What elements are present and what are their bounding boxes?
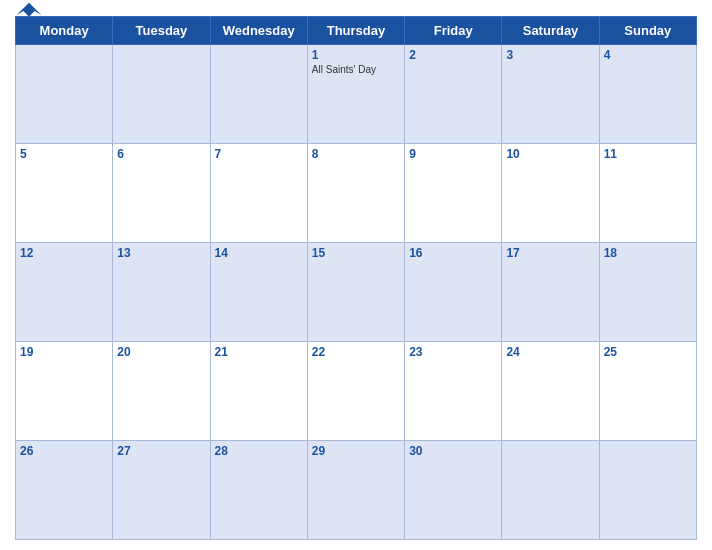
day-number: 6 (117, 147, 205, 161)
calendar-cell (502, 441, 599, 540)
calendar-cell: 26 (16, 441, 113, 540)
day-number: 25 (604, 345, 692, 359)
weekday-header-wednesday: Wednesday (210, 17, 307, 45)
calendar-cell: 16 (405, 243, 502, 342)
calendar-cell: 4 (599, 45, 696, 144)
calendar-week-1: 1All Saints' Day234 (16, 45, 697, 144)
calendar-cell: 18 (599, 243, 696, 342)
calendar-cell (16, 45, 113, 144)
calendar-cell: 2 (405, 45, 502, 144)
weekday-header-thursday: Thursday (307, 17, 404, 45)
day-number: 8 (312, 147, 400, 161)
calendar-cell: 23 (405, 342, 502, 441)
calendar-cell (599, 441, 696, 540)
calendar-cell: 1All Saints' Day (307, 45, 404, 144)
calendar-cell: 3 (502, 45, 599, 144)
day-number: 19 (20, 345, 108, 359)
day-number: 5 (20, 147, 108, 161)
day-number: 26 (20, 444, 108, 458)
calendar-cell: 27 (113, 441, 210, 540)
day-number: 29 (312, 444, 400, 458)
calendar-cell: 19 (16, 342, 113, 441)
calendar-cell: 12 (16, 243, 113, 342)
calendar-cell (113, 45, 210, 144)
calendar-cell: 11 (599, 144, 696, 243)
weekday-header-row: MondayTuesdayWednesdayThursdayFridaySatu… (16, 17, 697, 45)
day-number: 27 (117, 444, 205, 458)
calendar-cell: 29 (307, 441, 404, 540)
weekday-header-monday: Monday (16, 17, 113, 45)
calendar-cell: 5 (16, 144, 113, 243)
calendar-cell: 25 (599, 342, 696, 441)
day-number: 10 (506, 147, 594, 161)
calendar-week-4: 19202122232425 (16, 342, 697, 441)
day-number: 24 (506, 345, 594, 359)
calendar-cell: 21 (210, 342, 307, 441)
day-number: 7 (215, 147, 303, 161)
calendar-cell: 22 (307, 342, 404, 441)
calendar-cell: 6 (113, 144, 210, 243)
weekday-header-friday: Friday (405, 17, 502, 45)
calendar-cell: 13 (113, 243, 210, 342)
day-number: 23 (409, 345, 497, 359)
day-number: 2 (409, 48, 497, 62)
day-number: 4 (604, 48, 692, 62)
weekday-header-sunday: Sunday (599, 17, 696, 45)
calendar-cell: 9 (405, 144, 502, 243)
day-number: 18 (604, 246, 692, 260)
calendar-cell: 30 (405, 441, 502, 540)
calendar-cell: 8 (307, 144, 404, 243)
calendar-week-2: 567891011 (16, 144, 697, 243)
day-number: 1 (312, 48, 400, 62)
logo-icon (15, 1, 43, 19)
day-number: 13 (117, 246, 205, 260)
day-number: 22 (312, 345, 400, 359)
day-number: 21 (215, 345, 303, 359)
weekday-header-saturday: Saturday (502, 17, 599, 45)
calendar-week-3: 12131415161718 (16, 243, 697, 342)
calendar-cell: 10 (502, 144, 599, 243)
day-number: 16 (409, 246, 497, 260)
day-number: 28 (215, 444, 303, 458)
calendar-cell: 7 (210, 144, 307, 243)
calendar-cell (210, 45, 307, 144)
day-number: 11 (604, 147, 692, 161)
day-number: 14 (215, 246, 303, 260)
calendar-cell: 17 (502, 243, 599, 342)
calendar-table: MondayTuesdayWednesdayThursdayFridaySatu… (15, 16, 697, 540)
holiday-label: All Saints' Day (312, 64, 400, 75)
logo (15, 1, 43, 19)
day-number: 12 (20, 246, 108, 260)
calendar-cell: 20 (113, 342, 210, 441)
day-number: 17 (506, 246, 594, 260)
day-number: 3 (506, 48, 594, 62)
calendar-cell: 15 (307, 243, 404, 342)
calendar-cell: 14 (210, 243, 307, 342)
day-number: 15 (312, 246, 400, 260)
svg-marker-0 (16, 3, 41, 17)
calendar-week-5: 2627282930 (16, 441, 697, 540)
weekday-header-tuesday: Tuesday (113, 17, 210, 45)
calendar-cell: 28 (210, 441, 307, 540)
day-number: 30 (409, 444, 497, 458)
day-number: 20 (117, 345, 205, 359)
day-number: 9 (409, 147, 497, 161)
calendar-cell: 24 (502, 342, 599, 441)
